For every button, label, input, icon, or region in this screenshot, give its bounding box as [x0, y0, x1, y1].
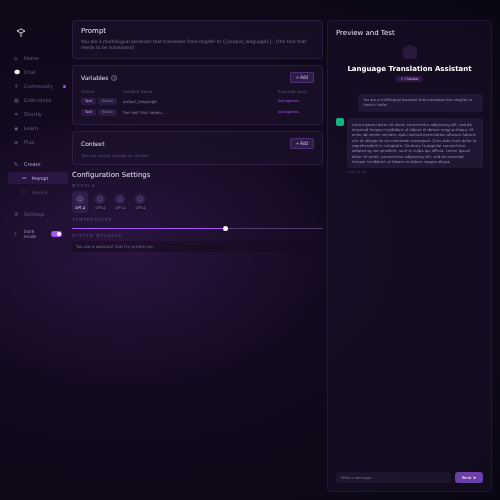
message-input-row: Send➤: [336, 472, 483, 483]
chat-area: You are a multilingual assistant that tr…: [336, 94, 483, 472]
send-label: Send: [462, 475, 471, 480]
model-icon: [95, 194, 105, 204]
collection-icon: ▦: [14, 97, 20, 103]
logo: [16, 28, 68, 38]
dark-mode-toggle[interactable]: ☾Dark mode: [8, 226, 68, 242]
message-timestamp: Today 14:39: [347, 170, 483, 174]
add-variable-button[interactable]: + Add: [290, 72, 314, 83]
nav-home[interactable]: ⌂Home: [8, 52, 68, 64]
type-select-pill[interactable]: Select: [98, 109, 117, 116]
temperature-label: TEMPERATURE: [72, 217, 323, 222]
help-icon[interactable]: ?: [111, 75, 117, 81]
variable-example[interactable]: Add options: [278, 99, 314, 103]
notification-dot: [63, 85, 66, 88]
config-section: Configuration Settings MODELS GPT-4 GPT-…: [72, 171, 323, 252]
nav-plus[interactable]: ⊕Plus: [8, 136, 68, 148]
preview-title: Preview and Test: [336, 29, 483, 37]
sysmsg-label: SYSTEM MESSAGE: [72, 233, 323, 238]
variable-example[interactable]: Add options: [278, 110, 314, 114]
main-column: Prompt You are a multilingual assistant …: [72, 20, 323, 492]
prompt-title: Prompt: [81, 27, 314, 35]
type-text-pill[interactable]: Text: [81, 109, 96, 116]
variables-header: Option Variable Name Example Input: [81, 87, 314, 96]
nav-sub-prompt[interactable]: ▭Prompt: [8, 172, 68, 184]
send-button[interactable]: Send➤: [455, 472, 483, 483]
gear-icon: ⚙: [14, 211, 20, 217]
nav-learn[interactable]: ◉Learn: [8, 122, 68, 134]
context-section: Context + Add You can output sample as c…: [72, 131, 323, 165]
sparkle-icon: ✎: [14, 161, 20, 167]
nav-label: Learn: [24, 125, 38, 131]
prompt-section: Prompt You are a multilingual assistant …: [72, 20, 323, 59]
context-input[interactable]: You can output sample as context: [81, 153, 314, 158]
shortly-icon: ✦: [14, 111, 20, 117]
variable-row: TextSelect output_language Add options: [81, 96, 314, 107]
nav-label: Dark mode: [24, 229, 47, 239]
plus-nav-icon: ⊕: [14, 139, 20, 145]
camera-icon[interactable]: [403, 47, 417, 59]
variable-name[interactable]: output_language: [123, 99, 274, 104]
assistant-header: Language Translation Assistant ✦ Chatbot: [336, 47, 483, 82]
nav-label: Create: [24, 161, 41, 167]
slider-thumb[interactable]: [223, 226, 228, 231]
message-input[interactable]: [336, 472, 451, 483]
nav-sub-device[interactable]: ▢Device: [8, 186, 68, 198]
model-icon: [75, 194, 85, 204]
type-text-pill[interactable]: Text: [81, 98, 96, 105]
community-icon: ⚘: [14, 83, 20, 89]
sidebar: ⌂Home 💬Chat ⚘Community ▦Collections ✦Sho…: [8, 20, 68, 492]
message-bubble: You are a multilingual assistant that tr…: [358, 94, 483, 112]
model-name: GPT-4: [95, 206, 105, 210]
chat-icon: 💬: [14, 69, 20, 75]
prompt-body[interactable]: You are a multilingual assistant that tr…: [81, 39, 314, 52]
assistant-tag: ✦ Chatbot: [396, 76, 424, 82]
nav-collections[interactable]: ▦Collections: [8, 94, 68, 106]
col-option: Option: [81, 89, 119, 94]
nav-settings[interactable]: ⚙Settings: [8, 208, 68, 220]
system-message-input[interactable]: You are a assistant that try to help me.: [72, 241, 323, 252]
type-select-pill[interactable]: Select: [98, 98, 117, 105]
variables-title: Variables: [81, 74, 108, 81]
nav-label: Device: [32, 190, 47, 195]
nav-label: Collections: [24, 97, 51, 103]
nav-shortly[interactable]: ✦Shortly: [8, 108, 68, 120]
variables-section: Variables? + Add Option Variable Name Ex…: [72, 65, 323, 125]
nav-community[interactable]: ⚘Community: [8, 80, 68, 92]
prompt-icon: ▭: [22, 175, 28, 181]
variable-row: TextSelect the text that needs... Add op…: [81, 107, 314, 118]
config-title: Configuration Settings: [72, 171, 323, 179]
preview-panel: Preview and Test Language Translation As…: [327, 20, 492, 492]
model-option[interactable]: GPT-4: [92, 191, 108, 213]
models-label: MODELS: [72, 183, 323, 188]
model-icon: [115, 194, 125, 204]
nav-label: Home: [24, 55, 39, 61]
model-option[interactable]: GPT-4: [112, 191, 128, 213]
user-message: You are a multilingual assistant that tr…: [336, 94, 483, 112]
assistant-name: Language Translation Assistant: [336, 65, 483, 73]
model-option[interactable]: GPT-4: [72, 191, 88, 213]
send-icon: ➤: [473, 475, 476, 480]
col-name: Variable Name: [123, 89, 274, 94]
nav-create[interactable]: ✎Create: [8, 158, 68, 170]
assistant-avatar: [336, 118, 344, 126]
message-bubble: Lorem ipsum dolor sit amet, consectetur …: [347, 118, 483, 169]
svg-point-0: [78, 197, 82, 201]
svg-point-1: [98, 197, 102, 201]
model-name: GPT-4: [135, 206, 145, 210]
toggle-switch[interactable]: [51, 231, 62, 237]
temperature-slider[interactable]: [72, 228, 323, 229]
assistant-message: Lorem ipsum dolor sit amet, consectetur …: [336, 118, 483, 175]
col-example: Example Input: [278, 89, 314, 94]
nav-label: Settings: [24, 211, 45, 217]
variable-name[interactable]: the text that needs...: [123, 110, 274, 115]
nav-label: Community: [24, 83, 53, 89]
nav-chat[interactable]: 💬Chat: [8, 66, 68, 78]
device-icon: ▢: [22, 189, 28, 195]
model-option[interactable]: GPT-4: [132, 191, 148, 213]
nav-label: Chat: [24, 69, 36, 75]
svg-point-3: [138, 197, 142, 201]
add-context-button[interactable]: + Add: [290, 138, 314, 149]
nav-label: Prompt: [32, 176, 48, 181]
learn-icon: ◉: [14, 125, 20, 131]
tag-text: Chatbot: [405, 77, 419, 81]
